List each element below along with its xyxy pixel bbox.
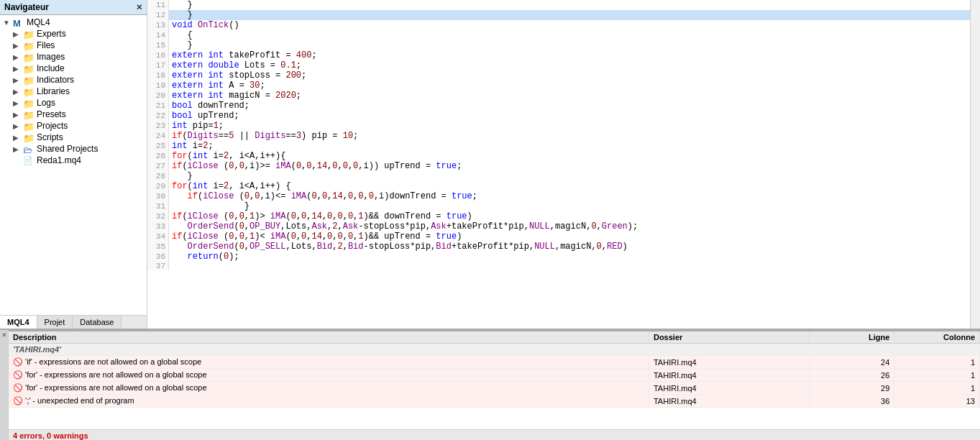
folder-icon: 📁 — [23, 133, 35, 142]
line-content[interactable]: return(0); — [169, 252, 970, 262]
code-line: 11 } — [147, 0, 970, 10]
line-content[interactable]: extern int magicN = 2020; — [169, 91, 970, 101]
bottom-status: 4 errors, 0 warnings — [9, 429, 980, 440]
line-content[interactable]: extern int takeProfit = 400; — [169, 50, 970, 60]
code-line: 25int i=2; — [147, 141, 970, 151]
line-number: 23 — [147, 121, 169, 131]
tree-item-images[interactable]: ▶📁Images — [0, 51, 147, 63]
col-dossier: Dossier — [649, 331, 809, 344]
line-number: 36 — [147, 252, 169, 262]
line-content[interactable]: if(iClose (0,0,1)> iMA(0,0,14,0,0,0,1)&&… — [169, 211, 970, 221]
line-content[interactable]: for(int i=2, i<A,i++) { — [169, 181, 970, 191]
tree-label: Files — [37, 40, 55, 50]
error-ligne: 36 — [809, 395, 894, 408]
error-row[interactable]: 🚫 'for' - expressions are not allowed on… — [9, 382, 980, 395]
errors-table[interactable]: Description Dossier Ligne Colonne 'TAHIR… — [9, 331, 980, 429]
code-line: 19extern int A = 30; — [147, 81, 970, 91]
expand-icon: ▶ — [13, 134, 22, 142]
code-line: 35 OrderSend(0,OP_SELL,Lots,Bid,2,Bid-st… — [147, 242, 970, 252]
folder-icon: 📁 — [23, 87, 35, 96]
tree-item-indicators[interactable]: ▶📁Indicators — [0, 74, 147, 86]
line-content[interactable]: if(iClose (0,0,i)>= iMA(0,0,14,0,0,0,i))… — [169, 161, 970, 171]
navigator-close-button[interactable]: ✕ — [136, 3, 142, 12]
line-number: 15 — [147, 40, 169, 50]
nav-tab-mql4[interactable]: MQL4 — [0, 316, 37, 329]
line-content[interactable]: OrderSend(0,OP_BUY,Lots,Ask,2,Ask-stopLo… — [169, 221, 970, 232]
tree-label: Shared Projects — [37, 144, 98, 154]
error-description: 🚫 'for' - expressions are not allowed on… — [9, 382, 649, 395]
line-content[interactable]: void OnTick() — [169, 20, 970, 30]
tree-item-reda[interactable]: 📄Reda1.mq4 — [0, 155, 147, 166]
line-content[interactable]: if(iClose (0,0,1)< iMA(0,0,14,0,0,0,1)&&… — [169, 232, 970, 242]
tree-label: Indicators — [37, 75, 74, 85]
tree-item-projects[interactable]: ▶📁Projects — [0, 120, 147, 132]
expand-icon: ▶ — [13, 30, 22, 38]
error-row[interactable]: 🚫 'for' - expressions are not allowed on… — [9, 369, 980, 382]
line-number: 30 — [147, 191, 169, 201]
navigator-tabs: MQL4ProjetDatabase — [0, 315, 147, 329]
tree-item-logs[interactable]: ▶📁Logs — [0, 97, 147, 109]
code-line: 33 OrderSend(0,OP_BUY,Lots,Ask,2,Ask-sto… — [147, 221, 970, 232]
tree-item-experts[interactable]: ▶📁Experts — [0, 28, 147, 40]
line-number: 27 — [147, 161, 169, 171]
line-number: 18 — [147, 70, 169, 81]
line-content[interactable]: bool upTrend; — [169, 111, 970, 121]
code-line: 18extern int stopLoss = 200; — [147, 70, 970, 81]
folder-icon: 📁 — [23, 110, 35, 119]
tree-label: Libraries — [37, 86, 70, 96]
tree-item-files[interactable]: ▶📁Files — [0, 40, 147, 51]
code-content[interactable]: 11 }12 }13void OnTick()14 {15 }16extern … — [147, 0, 970, 329]
line-number: 29 — [147, 181, 169, 191]
close-bottom-panel[interactable]: ✕ — [0, 330, 9, 440]
line-content[interactable]: if(Digits==5 || Digits==3) pip = 10; — [169, 131, 970, 141]
error-count-label: 4 errors, 0 warnings — [13, 431, 88, 440]
error-row[interactable]: 'TAHIRI.mq4' — [9, 344, 980, 356]
error-icon: 🚫 — [13, 370, 23, 379]
line-content[interactable]: int i=2; — [169, 141, 970, 151]
error-row[interactable]: 🚫 'if' - expressions are not allowed on … — [9, 356, 980, 369]
line-content[interactable]: extern int stopLoss = 200; — [169, 70, 970, 81]
line-content[interactable]: } — [169, 171, 970, 181]
error-description: 🚫 ';' - unexpected end of program — [9, 395, 649, 408]
error-icon: 🚫 — [13, 396, 23, 405]
tree-item-shared-projects[interactable]: ▶🗁Shared Projects — [0, 143, 147, 155]
col-ligne: Ligne — [809, 331, 894, 344]
tree-item-include[interactable]: ▶📁Include — [0, 63, 147, 74]
nav-tab-database[interactable]: Database — [73, 316, 122, 329]
line-content[interactable]: extern double Lots = 0.1; — [169, 60, 970, 70]
line-number: 17 — [147, 60, 169, 70]
navigator-panel: Navigateur ✕ ▼MMQL4▶📁Experts▶📁Files▶📁Ima… — [0, 0, 147, 329]
tree-label: MQL4 — [27, 17, 50, 27]
line-content[interactable] — [169, 262, 970, 270]
line-content[interactable]: OrderSend(0,OP_SELL,Lots,Bid,2,Bid-stopL… — [169, 242, 970, 252]
code-line: 21bool downTrend; — [147, 101, 970, 111]
tree-item-mql4[interactable]: ▼MMQL4 — [0, 17, 147, 28]
col-colonne: Colonne — [894, 331, 980, 344]
line-content[interactable]: } — [169, 0, 970, 10]
code-line: 13void OnTick() — [147, 20, 970, 30]
nav-tab-projet[interactable]: Projet — [37, 316, 73, 329]
line-content[interactable]: } — [169, 10, 970, 20]
line-content[interactable]: bool downTrend; — [169, 101, 970, 111]
folder-blue-icon: 🗁 — [23, 145, 35, 154]
line-number: 13 — [147, 20, 169, 30]
line-content[interactable]: extern int A = 30; — [169, 81, 970, 91]
code-line: 20extern int magicN = 2020; — [147, 91, 970, 101]
right-scrollbar[interactable] — [970, 0, 980, 329]
tree-item-libraries[interactable]: ▶📁Libraries — [0, 86, 147, 97]
code-line: 34if(iClose (0,0,1)< iMA(0,0,14,0,0,0,1)… — [147, 232, 970, 242]
code-line: 24if(Digits==5 || Digits==3) pip = 10; — [147, 131, 970, 141]
error-dossier: TAHIRI.mq4 — [649, 356, 809, 369]
tree-item-presets[interactable]: ▶📁Presets — [0, 109, 147, 120]
line-content[interactable]: } — [169, 201, 970, 211]
tree-item-scripts[interactable]: ▶📁Scripts — [0, 132, 147, 143]
line-content[interactable]: for(int i=2, i<A,i++){ — [169, 151, 970, 161]
line-content[interactable]: } — [169, 40, 970, 50]
line-content[interactable]: if(iClose (0,0,i)<= iMA(0,0,14,0,0,0,i)d… — [169, 191, 970, 201]
line-content[interactable]: int pip=1; — [169, 121, 970, 131]
line-content[interactable]: { — [169, 30, 970, 40]
code-line: 16extern int takeProfit = 400; — [147, 50, 970, 60]
tree-label: Reda1.mq4 — [37, 155, 81, 165]
error-row[interactable]: 🚫 ';' - unexpected end of program TAHIRI… — [9, 395, 980, 408]
error-icon: 🚫 — [13, 357, 23, 366]
